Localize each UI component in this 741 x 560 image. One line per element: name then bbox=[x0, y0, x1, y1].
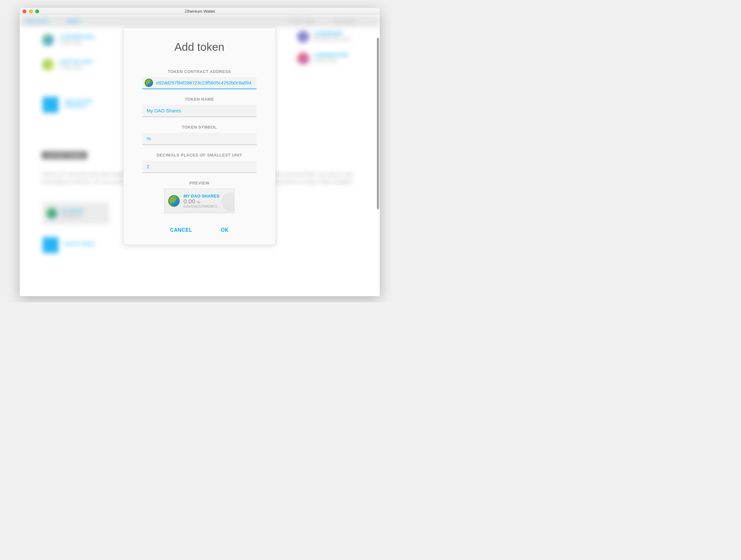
nav-wallets[interactable]: WALLETS bbox=[26, 19, 48, 23]
preview-token-balance: 0.00 % bbox=[184, 198, 220, 205]
maximize-window-button[interactable] bbox=[35, 9, 39, 13]
label-decimals: DECIMALS PLACES OF SMALLEST UNIT bbox=[136, 153, 263, 157]
modal-title: Add token bbox=[136, 41, 263, 53]
nav-send[interactable]: SEND bbox=[67, 19, 80, 23]
token-symbol-input[interactable] bbox=[142, 133, 257, 145]
scrollbar-thumb[interactable] bbox=[377, 38, 379, 209]
token-preview-card: MY DAO SHARES 0.00 % 0x8e92dd257f94f2887… bbox=[164, 189, 234, 213]
preview-token-address: 0x8e92dd257f94f28872… bbox=[184, 205, 220, 208]
traffic-lights bbox=[22, 9, 39, 13]
content-area: WALLETS SEND 1,727.38 ETHER ■ CROWDFUND…… bbox=[20, 15, 380, 296]
cancel-button[interactable]: CANCEL bbox=[170, 227, 192, 233]
identicon-icon bbox=[145, 79, 153, 87]
titlebar: Ξthereum Wallet bbox=[20, 8, 380, 15]
label-preview: PREVIEW bbox=[136, 181, 263, 186]
decimals-input[interactable] bbox=[142, 161, 257, 173]
contract-address-input[interactable] bbox=[142, 77, 257, 89]
add-token-modal: Add token TOKEN CONTRACT ADDRESS TOKEN N… bbox=[123, 27, 276, 245]
preview-identicon-icon bbox=[168, 195, 180, 207]
minimize-window-button[interactable] bbox=[29, 9, 33, 13]
label-contract-address: TOKEN CONTRACT ADDRESS bbox=[136, 69, 263, 74]
token-name-input[interactable] bbox=[142, 105, 257, 117]
preview-token-name: MY DAO SHARES bbox=[184, 194, 220, 198]
label-token-symbol: TOKEN SYMBOL bbox=[136, 125, 263, 130]
ok-button[interactable]: OK bbox=[221, 227, 228, 233]
app-window: Ξthereum Wallet WALLETS SEND 1,727.38 ET… bbox=[20, 8, 380, 296]
close-window-button[interactable] bbox=[22, 9, 26, 13]
window-title: Ξthereum Wallet bbox=[20, 9, 380, 14]
label-token-name: TOKEN NAME bbox=[136, 97, 263, 101]
